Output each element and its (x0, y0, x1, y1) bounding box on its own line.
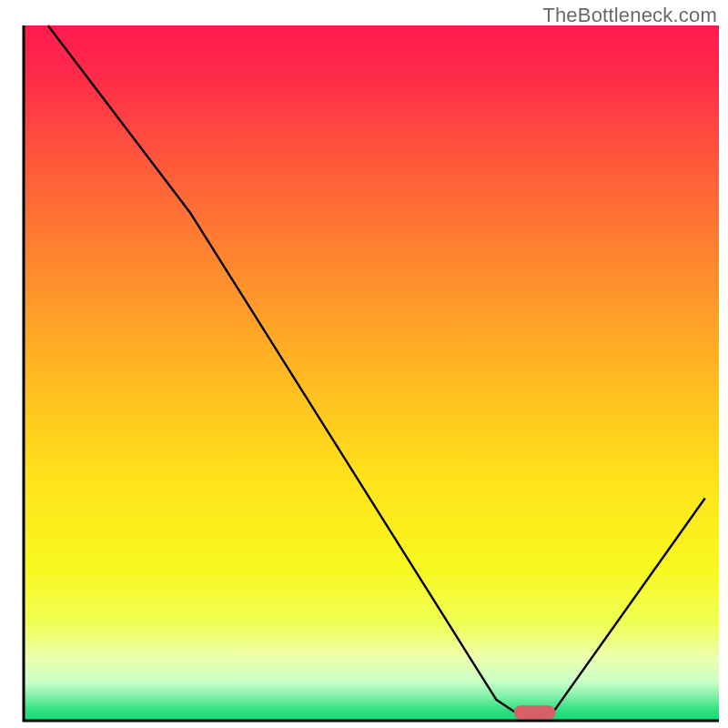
optimal-zone-marker (514, 705, 556, 719)
watermark-text: TheBottleneck.com (542, 4, 717, 27)
bottleneck-chart (0, 0, 728, 728)
